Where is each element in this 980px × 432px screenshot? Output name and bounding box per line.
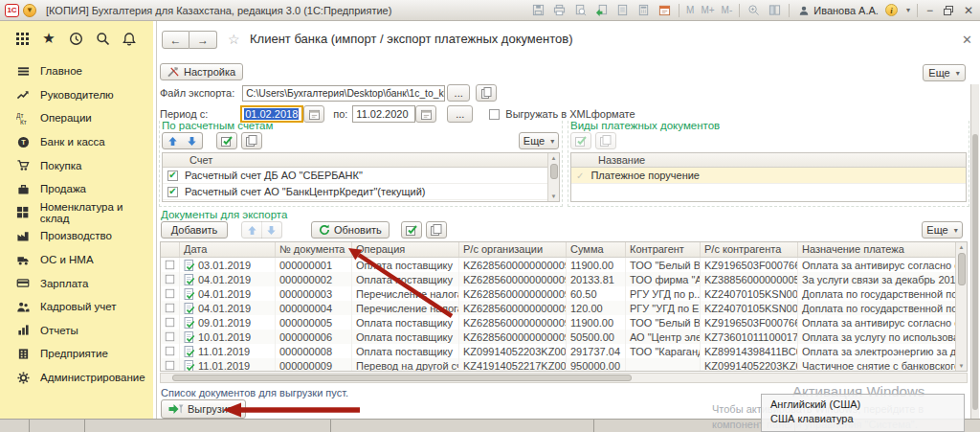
account-row[interactable]: ✔Расчетный счет ДБ АО "СБЕРБАНК" <box>163 168 547 184</box>
xml-format-checkbox[interactable] <box>489 109 500 120</box>
memory-mplus-button[interactable]: M+ <box>701 5 714 15</box>
row-select-cell[interactable] <box>161 286 180 301</box>
settings-button[interactable]: Настройка <box>160 63 243 80</box>
doc-type-row[interactable]: ✓Платежное поручение <box>571 168 966 184</box>
sidebar-item-gear[interactable]: Администрирование <box>0 366 153 390</box>
row-checkbox[interactable] <box>166 332 174 341</box>
main-menu-button[interactable]: ▼ <box>23 4 36 17</box>
sidebar-item-building[interactable]: Предприятие <box>0 342 153 366</box>
more-button-top[interactable]: Еще▾ <box>923 64 966 81</box>
forward-button[interactable]: → <box>189 31 217 49</box>
clear-all-flags-button[interactable] <box>426 221 447 239</box>
table-row[interactable]: 10.01.2019000000006Оплата поставщикуKZ62… <box>161 330 955 344</box>
favorites-star-icon[interactable]: ★ <box>40 30 57 47</box>
window-scrollbar[interactable] <box>970 84 979 419</box>
sidebar-item-trend[interactable]: Руководителю <box>0 83 153 107</box>
zoom-icon[interactable] <box>746 3 761 17</box>
sidebar-item-people[interactable]: Кадровый учет <box>0 295 153 319</box>
row-checkbox[interactable] <box>166 289 174 298</box>
sidebar-item-bag[interactable]: Продажа <box>0 177 153 201</box>
set-all-flags-button[interactable] <box>570 132 591 149</box>
column-header[interactable]: Контрагент <box>626 242 701 257</box>
export-button[interactable]: Выгрузить <box>161 399 246 419</box>
row-select-cell[interactable] <box>161 358 180 371</box>
row-checkbox[interactable] <box>166 361 174 370</box>
row-select-cell[interactable] <box>161 272 180 286</box>
document-icon[interactable] <box>615 3 630 17</box>
row-checkbox[interactable] <box>166 275 174 284</box>
sidebar-item-menu[interactable]: Главное <box>0 59 153 83</box>
restore-button[interactable] <box>942 6 955 15</box>
move-up-button[interactable] <box>241 221 262 239</box>
row-select-cell[interactable] <box>161 315 180 330</box>
table-row[interactable]: 04.01.2019000000003Перечисление налогаKZ… <box>161 286 955 301</box>
set-all-flags-button[interactable] <box>401 221 422 239</box>
row-select-cell[interactable] <box>161 258 180 272</box>
row-checkbox[interactable] <box>166 318 174 327</box>
back-button[interactable]: ← <box>162 31 189 49</box>
sidebar-item-card[interactable]: Зарплата <box>0 271 153 295</box>
column-header[interactable]: Р/с организации <box>459 242 567 257</box>
export-file-input[interactable]: C:\Users\Бухгалтерия\Desktop\банк\1c_to_… <box>242 85 445 102</box>
account-row[interactable]: ✔Расчетный счет АО "БанкЦентрКредит"(тек… <box>163 184 547 200</box>
memory-mminus-button[interactable]: M- <box>722 5 733 15</box>
close-button[interactable]: ✕ <box>962 5 975 16</box>
add-button[interactable]: Добавить <box>161 221 228 239</box>
column-header[interactable]: Назначение платежа <box>798 242 957 257</box>
column-header-select[interactable] <box>161 242 180 257</box>
documents-scrollbar[interactable]: ▲ ▼ <box>955 242 967 371</box>
column-header[interactable]: Р/с контрагента <box>701 242 798 257</box>
accounts-more-button[interactable]: Еще▾ <box>519 132 559 149</box>
preview-icon[interactable] <box>573 3 588 17</box>
checkbox-checked-icon[interactable]: ✔ <box>167 171 178 181</box>
row-checkbox[interactable] <box>166 261 174 269</box>
minimize-button[interactable]: − <box>924 5 935 16</box>
sidebar-item-factory[interactable]: Производство <box>0 224 153 248</box>
form-close-button[interactable]: ✕ <box>962 33 972 47</box>
table-row[interactable]: 11.01.2019000000009Перевод на другой сче… <box>161 358 955 371</box>
checkbox-checked-icon[interactable]: ✔ <box>167 187 178 197</box>
file-browse-button[interactable]: ... <box>447 84 470 102</box>
apps-grid-icon[interactable] <box>13 30 31 47</box>
sidebar-item-truck[interactable]: ОС и НМА <box>0 248 153 272</box>
clear-all-flags-button[interactable] <box>595 132 616 149</box>
chevron-down-icon[interactable]: ▾ <box>906 6 910 14</box>
row-select-cell[interactable] <box>161 344 180 358</box>
column-header[interactable]: Сумма <box>567 242 626 257</box>
clear-all-flags-button[interactable] <box>241 132 262 149</box>
table-row[interactable]: 04.01.2019000000002Оплата поставщикуKZ62… <box>161 272 955 286</box>
search-icon[interactable] <box>94 30 111 47</box>
notifications-bell-icon[interactable] <box>121 30 138 47</box>
move-up-button[interactable] <box>162 132 183 149</box>
table-row[interactable]: 11.01.2019000000008Оплата поставщикуKZ09… <box>161 344 955 358</box>
sidebar-item-grid[interactable]: Номенклатура и склад <box>0 201 153 225</box>
print-icon[interactable] <box>552 3 567 17</box>
row-select-cell[interactable] <box>161 330 180 344</box>
sidebar-item-dtkt[interactable]: ДтКтОперации <box>0 106 153 130</box>
info-button[interactable]: i <box>885 4 898 16</box>
save-icon[interactable] <box>531 3 546 17</box>
export-file-icon[interactable] <box>594 3 609 17</box>
move-down-button[interactable] <box>261 221 282 239</box>
move-down-button[interactable] <box>182 132 203 149</box>
table-row[interactable]: 03.01.2019000000001Оплата поставщикуKZ62… <box>161 258 955 272</box>
column-header[interactable]: № документа <box>276 242 352 257</box>
memory-m-button[interactable]: M <box>686 5 694 15</box>
refresh-button[interactable]: Обновить <box>311 221 390 239</box>
history-icon[interactable] <box>67 30 84 47</box>
column-header[interactable]: Дата <box>180 242 276 257</box>
accounts-column-header[interactable]: Счет <box>163 154 212 166</box>
favorite-star-icon[interactable]: ☆ <box>228 32 240 47</box>
copy-path-button[interactable] <box>476 84 497 102</box>
row-select-cell[interactable] <box>161 301 180 315</box>
row-checkbox[interactable] <box>166 347 174 355</box>
table-row[interactable]: 04.01.2019000000004Перечисление налогаKZ… <box>161 301 955 315</box>
calendar-icon[interactable] <box>657 3 672 17</box>
column-header[interactable]: Операция <box>352 242 459 257</box>
doc-types-column-header[interactable]: Название <box>571 154 645 166</box>
documents-more-button[interactable]: Еще▾ <box>922 221 963 239</box>
split-panels-icon[interactable] <box>768 3 782 17</box>
current-user[interactable]: Иванова А.А. <box>796 3 879 17</box>
sidebar-item-chart[interactable]: Отчеты <box>0 319 153 343</box>
sidebar-item-cart[interactable]: Покупка <box>0 153 153 177</box>
